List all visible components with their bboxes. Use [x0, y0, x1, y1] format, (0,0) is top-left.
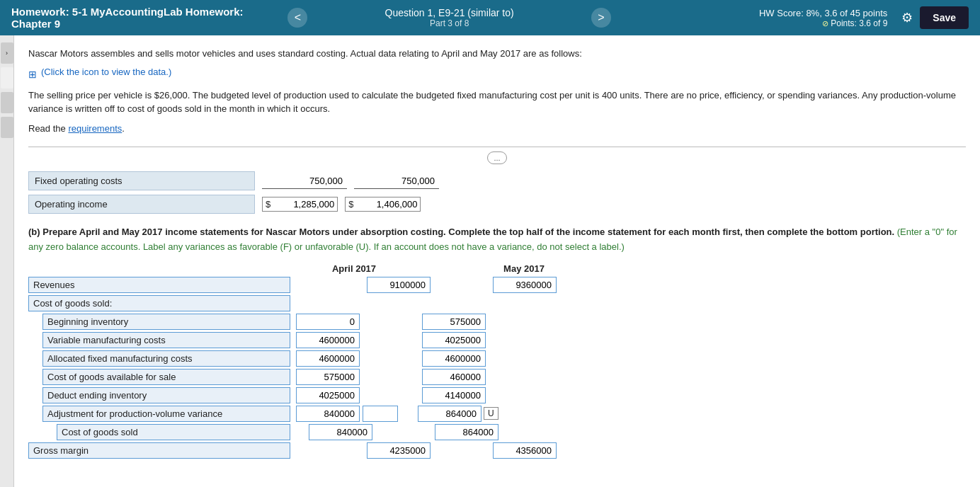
cogs-result-label: Cost of goods sold: [57, 424, 290, 440]
may-header: May 2017: [467, 263, 581, 274]
operating-income-label: Operating income: [28, 195, 255, 214]
variable-mfg-may-input[interactable]: [422, 332, 486, 348]
deduct-ending-april-input[interactable]: [296, 387, 360, 403]
gross-margin-april-input[interactable]: [367, 442, 431, 459]
u-badge: U: [484, 407, 498, 420]
operating-income-may-field: $: [345, 197, 421, 212]
fixed-operating-may-input[interactable]: [354, 173, 439, 189]
adj-variance-row: Adjustment for production-volume varianc…: [28, 406, 966, 422]
gross-margin-may-input[interactable]: [493, 442, 557, 459]
instruction-para: (b) Prepare April and May 2017 income st…: [28, 225, 966, 255]
cogs-available-label: Cost of goods available for sale: [42, 369, 290, 385]
divider-1: [28, 147, 966, 147]
revenues-april-input[interactable]: [367, 277, 431, 293]
main-content: Nascar Motors assembles and sells motor …: [14, 35, 980, 487]
cogs-header-row: Cost of goods sold:: [28, 295, 966, 311]
app-header: Homework: 5-1 MyAccountingLab Homework: …: [0, 0, 980, 35]
cogs-available-may-input[interactable]: [422, 369, 486, 385]
column-headers: April 2017 May 2017: [28, 263, 966, 274]
allocated-fixed-label: Allocated fixed manufacturing costs: [42, 350, 290, 367]
settings-icon[interactable]: ⚙: [901, 10, 913, 25]
beginning-inventory-row: Beginning inventory: [28, 314, 966, 330]
cogs-result-may-input[interactable]: [435, 424, 498, 440]
dots-container: ...: [28, 151, 966, 164]
fixed-operating-row: Fixed operating costs: [28, 171, 966, 190]
save-button[interactable]: Save: [920, 6, 969, 29]
sidebar-tab-2[interactable]: [1, 67, 13, 88]
revenues-label: Revenues: [28, 277, 290, 293]
prev-nav-button[interactable]: <: [287, 8, 307, 28]
dots-label: ...: [487, 151, 506, 164]
allocated-fixed-april-input[interactable]: [296, 350, 360, 367]
sidebar-tab-1[interactable]: ›: [1, 42, 13, 64]
problem-text: Nascar Motors assembles and sells motor …: [28, 47, 966, 61]
operating-income-april-input[interactable]: [270, 199, 334, 210]
detail-text: The selling price per vehicle is $26,000…: [28, 88, 966, 116]
requirements-link[interactable]: requirements: [68, 123, 122, 134]
part-label: Part 3 of 8: [314, 18, 583, 28]
cogs-available-row: Cost of goods available for sale: [28, 369, 966, 385]
operating-income-may-input[interactable]: [353, 199, 417, 210]
prev-section: Fixed operating costs Operating income $…: [28, 171, 966, 214]
fixed-operating-label: Fixed operating costs: [28, 171, 255, 190]
deduct-ending-row: Deduct ending inventory: [28, 387, 966, 403]
header-title: Homework: 5-1 MyAccountingLab Homework: …: [11, 6, 280, 30]
cogs-result-april-input[interactable]: [309, 424, 372, 440]
beginning-inventory-april-input[interactable]: [296, 314, 360, 330]
adj-variance-may-input[interactable]: [418, 406, 482, 422]
requirements-para: Read the requirements.: [28, 122, 966, 136]
variable-mfg-april-input[interactable]: [296, 332, 360, 348]
allocated-fixed-row: Allocated fixed manufacturing costs: [28, 350, 966, 367]
adj-variance-april-input[interactable]: [296, 406, 360, 422]
variable-mfg-row: Variable manufacturing costs: [28, 332, 966, 348]
instruction-text: (b) Prepare April and May 2017 income st…: [28, 227, 894, 237]
gross-margin-row: Gross margin: [28, 442, 966, 459]
fixed-operating-april-input[interactable]: [262, 173, 347, 189]
data-link[interactable]: (Click the icon to view the data.): [41, 67, 171, 77]
sidebar-tab-4[interactable]: [1, 117, 13, 138]
revenues-row: Revenues: [28, 277, 966, 293]
operating-income-row: Operating income $ $: [28, 195, 966, 214]
variable-mfg-label: Variable manufacturing costs: [42, 332, 290, 348]
sidebar-tab-3[interactable]: [1, 92, 13, 113]
table-icon: ⊞: [28, 69, 37, 80]
next-nav-button[interactable]: >: [591, 8, 611, 28]
sidebar: ›: [0, 35, 14, 487]
points-label: ⊘ Points: 3.6 of 9: [618, 18, 887, 28]
deduct-ending-label: Deduct ending inventory: [42, 387, 290, 403]
adj-variance-april-badge-input[interactable]: [363, 406, 398, 422]
operating-income-april-field: $: [262, 197, 338, 212]
deduct-ending-may-input[interactable]: [422, 387, 486, 403]
revenues-may-input[interactable]: [493, 277, 557, 293]
april-header: April 2017: [297, 263, 411, 274]
gross-margin-label: Gross margin: [28, 442, 290, 459]
cogs-available-april-input[interactable]: [296, 369, 360, 385]
cogs-header-label: Cost of goods sold:: [28, 295, 290, 311]
beginning-inventory-may-input[interactable]: [422, 314, 486, 330]
beginning-inventory-label: Beginning inventory: [42, 314, 290, 330]
question-title: Question 1, E9-21 (similar to): [314, 7, 583, 18]
hw-score: HW Score: 8%, 3.6 of 45 points: [618, 8, 887, 18]
cogs-result-row: Cost of goods sold: [28, 424, 966, 440]
allocated-fixed-may-input[interactable]: [422, 350, 486, 367]
adj-variance-label: Adjustment for production-volume varianc…: [42, 406, 290, 422]
